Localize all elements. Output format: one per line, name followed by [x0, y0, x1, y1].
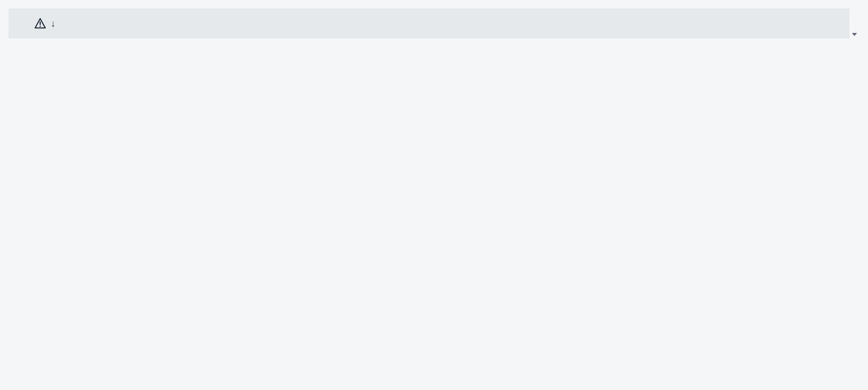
col-header-resource[interactable] [347, 8, 444, 38]
log-table-header-row: ↓ [8, 8, 849, 38]
col-header-logtype[interactable] [80, 8, 165, 38]
col-header-severity[interactable]: ↓ [8, 8, 80, 38]
svg-point-1 [40, 26, 41, 27]
sort-desc-icon: ↓ [51, 18, 55, 29]
warning-icon [34, 18, 47, 29]
col-header-actions [807, 8, 849, 38]
vertical-scrollbar[interactable] [849, 8, 860, 38]
col-header-status[interactable] [262, 8, 347, 38]
log-table-container: ↓ [0, 0, 868, 47]
col-header-ip[interactable] [165, 8, 262, 38]
scroll-down-icon[interactable] [852, 33, 857, 36]
log-table: ↓ [8, 8, 849, 38]
col-header-time[interactable] [444, 8, 807, 38]
